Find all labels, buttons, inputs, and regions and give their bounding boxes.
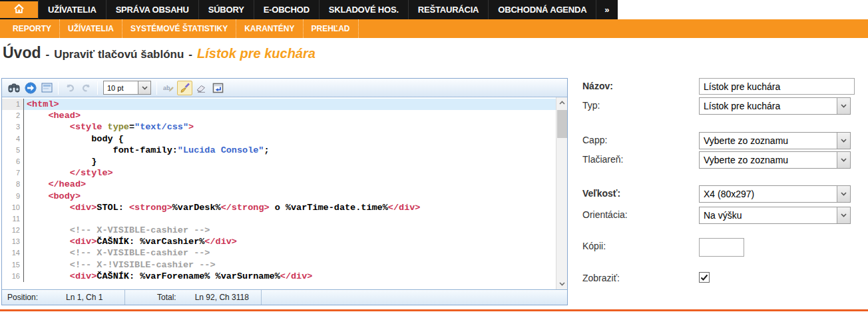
code-editor-panel: 10 pt ab	[1, 78, 568, 305]
chevron-down-icon[interactable]	[138, 81, 150, 94]
insert-template-icon[interactable]	[210, 81, 226, 95]
line-number: 1	[2, 99, 24, 110]
line-number: 8	[2, 179, 24, 190]
undo-icon[interactable]	[62, 81, 77, 95]
chevron-down-icon[interactable]	[837, 152, 850, 168]
code-line: 15 <!-- X-!VISIBLE-cashier -->	[2, 259, 556, 271]
tlaciaren-select[interactable]: Vyberte zo zoznamu	[699, 151, 851, 169]
position-value: Ln 1, Ch 1	[66, 293, 103, 302]
line-content: </style>	[24, 167, 556, 179]
typ-label: Typ:	[582, 97, 699, 115]
status-empty-cell	[262, 290, 567, 305]
line-number: 6	[2, 156, 24, 167]
code-line: 10 <div>STOL: <strong>%varDesk%</strong>…	[2, 202, 556, 213]
subnav-item-4[interactable]: PREHĽAD	[304, 19, 359, 38]
total-value: Ln 92, Ch 3118	[195, 293, 249, 302]
form-row-tlaciaren: Tlačiareň:Vyberte zo zoznamu	[582, 151, 851, 169]
primary-nav: UŽÍVATELIASPRÁVA OBSAHUSÚBORYE-OBCHODSKL…	[0, 0, 618, 19]
form-row-orientacia: Orientácia:Na výšku	[582, 207, 851, 224]
nav-item-4[interactable]: SKLADOVÉ HOS.	[319, 0, 408, 19]
line-content: <style type="text/css">	[24, 121, 556, 133]
code-line: 2 <head>	[2, 110, 556, 121]
code-line: 6 }	[2, 156, 556, 167]
tlaciaren-label: Tlačiareň:	[582, 151, 699, 169]
form-row-nazov: Názov:Lístok pre kuchára	[582, 78, 855, 95]
line-content	[24, 213, 556, 225]
select-all-icon[interactable]	[39, 81, 55, 95]
replace-icon[interactable]: ab	[160, 81, 176, 95]
status-total-cell: Total: Ln 92, Ch 3118	[125, 290, 262, 305]
kopii-input[interactable]	[699, 238, 744, 257]
subnav-item-0[interactable]: REPORTY	[4, 19, 60, 38]
home-button[interactable]	[0, 1, 38, 18]
nav-more-button[interactable]: »	[596, 0, 617, 19]
bottom-orange-rule	[0, 309, 868, 311]
typ-select[interactable]: Lístok pre kuchára	[699, 97, 851, 115]
secondary-nav: REPORTYUŽÍVATELIASYSTÉMOVÉ ŠTATISTIKYKAR…	[0, 19, 868, 38]
nav-item-1[interactable]: SPRÁVA OBSAHU	[106, 0, 198, 19]
orientacia-select[interactable]: Na výšku	[699, 207, 851, 224]
breadcrumb-root[interactable]: Úvod	[3, 44, 41, 62]
chevron-down-icon[interactable]	[837, 133, 850, 149]
scroll-down-icon[interactable]	[556, 279, 567, 289]
form-row-kopii: Kópii:	[582, 238, 744, 257]
line-content: <div>ČAŠNÍK: %varForename% %varSurname%<…	[24, 271, 556, 282]
chevron-down-icon[interactable]	[837, 186, 850, 202]
zobrazit-checkbox[interactable]	[699, 272, 710, 283]
format-brush-icon[interactable]	[177, 81, 192, 95]
line-number: 4	[2, 133, 24, 145]
nav-item-0[interactable]: UŽÍVATELIA	[38, 0, 106, 19]
code-line: 8 </head>	[2, 179, 556, 190]
subnav-item-2[interactable]: SYSTÉMOVÉ ŠTATISTIKY	[122, 19, 236, 38]
breadcrumb-section: Upraviť tlačovú šablónu	[54, 48, 184, 61]
orientacia-label: Orientácia:	[582, 207, 699, 224]
line-content: font-family:"Lucida Console";	[24, 145, 556, 156]
line-number: 2	[2, 110, 24, 121]
code-lines: 1<html>2 <head>3 <style type="text/css">…	[2, 99, 556, 282]
line-content: <head>	[24, 110, 556, 121]
line-content: <!-- X-!VISIBLE-cashier -->	[24, 259, 556, 271]
breadcrumb-separator: -	[188, 48, 192, 61]
code-line: 13 <div>ČAŠNÍK: %varCashier%</div>	[2, 236, 556, 247]
code-line: 11	[2, 213, 556, 225]
status-position-cell: Position: Ln 1, Ch 1	[2, 290, 125, 305]
capp-select[interactable]: Vyberte zo zoznamu	[699, 132, 851, 149]
eraser-icon[interactable]	[194, 81, 209, 95]
line-number: 13	[2, 236, 24, 247]
code-line: 12 <!-- X-VISIBLE-cashier -->	[2, 225, 556, 236]
line-number: 9	[2, 191, 24, 202]
scroll-up-icon[interactable]	[556, 97, 567, 108]
code-line: 3 <style type="text/css">	[2, 121, 556, 133]
goto-line-icon[interactable]	[23, 81, 38, 95]
code-line: 7 </style>	[2, 167, 556, 179]
toolbar-divider	[97, 81, 98, 95]
vertical-scrollbar[interactable]	[556, 97, 567, 289]
capp-selected-value: Vyberte zo zoznamu	[700, 133, 837, 149]
nav-item-6[interactable]: OBCHODNÁ AGENDA	[488, 0, 596, 19]
code-line: 1<html>	[2, 99, 556, 110]
chevron-down-icon[interactable]	[837, 207, 850, 223]
total-label: Total:	[157, 293, 176, 302]
subnav-item-3[interactable]: KARANTÉNY	[236, 19, 303, 38]
redo-icon[interactable]	[79, 81, 94, 95]
primary-nav-items: UŽÍVATELIASPRÁVA OBSAHUSÚBORYE-OBCHODSKL…	[38, 0, 596, 19]
form-row-typ: Typ:Lístok pre kuchára	[582, 97, 851, 115]
toolbar-divider	[58, 81, 59, 95]
line-content: <div>STOL: <strong>%varDesk%</strong> o …	[24, 202, 556, 213]
velkost-label: Veľkosť:	[582, 185, 699, 203]
find-icon[interactable]	[6, 81, 21, 95]
chevron-down-icon[interactable]	[837, 98, 850, 114]
breadcrumb: Úvod - Upraviť tlačovú šablónu - Lístok …	[3, 44, 316, 62]
nazov-input[interactable]: Lístok pre kuchára	[699, 78, 855, 95]
code-editor-textarea[interactable]: 1<html>2 <head>3 <style type="text/css">…	[2, 97, 567, 289]
font-size-select[interactable]: 10 pt	[103, 81, 151, 95]
line-number: 3	[2, 121, 24, 133]
subnav-item-1[interactable]: UŽÍVATELIA	[60, 19, 122, 38]
line-number: 15	[2, 259, 24, 271]
scrollbar-thumb[interactable]	[557, 110, 567, 138]
line-content: <!-- X-VISIBLE-cashier -->	[24, 225, 556, 236]
nav-item-2[interactable]: SÚBORY	[198, 0, 254, 19]
nav-item-5[interactable]: REŠTAURÁCIA	[408, 0, 488, 19]
nav-item-3[interactable]: E-OBCHOD	[254, 0, 319, 19]
velkost-select[interactable]: X4 (80x297)	[699, 185, 851, 203]
